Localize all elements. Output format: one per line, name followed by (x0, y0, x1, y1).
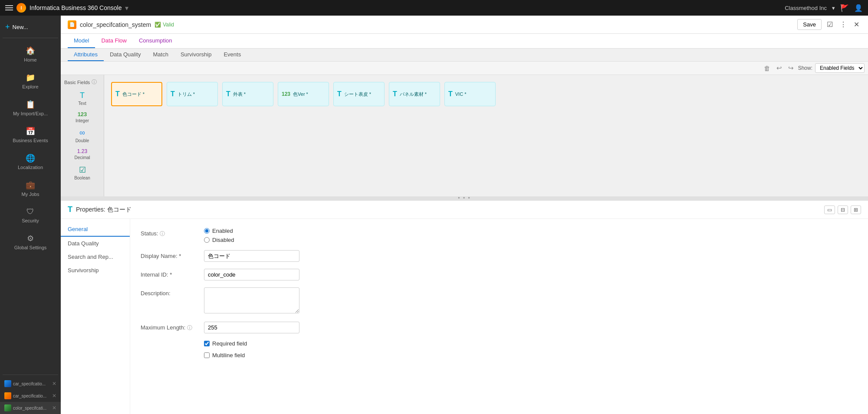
sub-tab-events[interactable]: Events (217, 49, 247, 61)
user-icon[interactable]: 👤 (854, 4, 863, 12)
enabled-radio-row: Enabled (204, 228, 858, 234)
basic-fields-label: Basic Fields ⓘ (62, 78, 102, 86)
sidebar-item-localization[interactable]: 🌐 Localization (3, 149, 58, 174)
sidebar-item-business-events[interactable]: 📅 Business Events (3, 122, 58, 147)
explore-icon: 📁 (26, 73, 35, 82)
sub-tab-attributes[interactable]: Attributes (68, 49, 104, 61)
disabled-radio-row: Disabled (204, 237, 858, 243)
max-length-help-icon[interactable]: ⓘ (187, 325, 192, 331)
field-card-0[interactable]: T 色コード * (111, 82, 162, 106)
basic-fields-help-icon[interactable]: ⓘ (92, 78, 97, 86)
org-name[interactable]: Classmethod Inc (785, 5, 827, 11)
sidebar-item-my-jobs[interactable]: 💼 My Jobs (3, 176, 58, 201)
project-close-3[interactable]: ✕ (52, 405, 56, 411)
brand-name: Informatica Business 360 Console (30, 4, 122, 11)
properties-sidebar: General Data Quality Search and Rep... S… (61, 219, 130, 414)
field-card-5[interactable]: T パネル素材 * (389, 82, 440, 106)
prop-sidebar-search-rep[interactable]: Search and Rep... (61, 250, 130, 264)
properties-title: Properties: 色コード (76, 206, 132, 214)
sidebar-item-explore[interactable]: 📁 Explore (3, 68, 58, 94)
field-type-icon-5: T (393, 90, 397, 98)
text-type-icon: T (80, 91, 85, 100)
project-item-2[interactable]: car_specificatio... ✕ (0, 390, 61, 402)
palette-double[interactable]: ∞ Double (62, 126, 102, 146)
field-type-icon-0: T (115, 90, 120, 98)
tab-consumption[interactable]: Consumption (133, 34, 178, 48)
field-card-3[interactable]: 123 色Ver * (278, 82, 329, 106)
status-row: Status: ⓘ Enabled Disabled (141, 228, 858, 243)
doc-title: color_specifcation_system (80, 21, 151, 28)
sidebar-item-security[interactable]: 🛡 Security (3, 203, 58, 228)
internal-id-input[interactable] (204, 269, 299, 280)
valid-badge: ✅ Valid (155, 22, 174, 28)
undo-toolbar-button[interactable]: ↩ (775, 63, 784, 73)
description-value (204, 287, 858, 315)
properties-t-icon: T (68, 205, 72, 214)
panel-view-single[interactable]: ▭ (824, 205, 835, 214)
save-button[interactable]: Save (797, 19, 822, 30)
sub-tab-data-quality[interactable]: Data Quality (104, 49, 147, 61)
disabled-radio[interactable] (204, 237, 210, 243)
palette-text[interactable]: T Text (62, 88, 102, 108)
checkmark-icon[interactable]: ☑ (825, 20, 835, 29)
close-doc-icon[interactable]: ✕ (852, 20, 861, 29)
more-options-icon[interactable]: ⋮ (838, 20, 848, 29)
internal-id-label: Internal ID: * (141, 269, 197, 278)
show-select[interactable]: Enabled Fields (815, 63, 865, 73)
field-type-icon-1: T (171, 90, 175, 98)
prop-sidebar-data-quality[interactable]: Data Quality (61, 237, 130, 250)
max-length-label: Maximum Length: ⓘ (141, 322, 197, 332)
display-name-row: Display Name: * (141, 250, 858, 262)
description-label: Description: (141, 287, 197, 297)
field-card-2[interactable]: T 外表 * (222, 82, 273, 106)
sub-tab-match[interactable]: Match (147, 49, 174, 61)
field-type-icon-4: T (337, 90, 342, 98)
tab-model[interactable]: Model (68, 34, 95, 48)
canvas-area: Basic Fields ⓘ T Text 123 Integer ∞ Doub… (61, 75, 868, 196)
field-card-6[interactable]: T VIC * (444, 82, 496, 106)
field-card-1[interactable]: T トリム * (167, 82, 218, 106)
project-item-3[interactable]: color_specifcati... ✕ (0, 402, 61, 414)
status-label: Status: ⓘ (141, 228, 197, 238)
display-name-input[interactable] (204, 250, 299, 262)
tab-data-flow[interactable]: Data Flow (95, 34, 133, 48)
status-help-icon[interactable]: ⓘ (160, 231, 165, 237)
delete-toolbar-button[interactable]: 🗑 (762, 64, 772, 73)
palette-decimal[interactable]: 1.23 Decimal (62, 146, 102, 163)
field-card-4[interactable]: T シート表皮 * (333, 82, 385, 106)
org-dropdown-icon[interactable]: ▾ (832, 5, 835, 11)
brand-dropdown-icon[interactable]: ▾ (125, 4, 128, 12)
double-type-icon: ∞ (79, 128, 85, 137)
max-length-input[interactable] (204, 322, 299, 333)
redo-toolbar-button[interactable]: ↪ (786, 63, 796, 73)
palette-boolean[interactable]: ☑ Boolean (62, 163, 102, 183)
top-bar: I Informatica Business 360 Console ▾ Cla… (0, 0, 868, 16)
prop-sidebar-general[interactable]: General (61, 222, 130, 237)
internal-id-row: Internal ID: * (141, 269, 858, 280)
sidebar-item-home[interactable]: 🏠 Home (3, 42, 58, 67)
project-close-2[interactable]: ✕ (52, 393, 56, 399)
new-button[interactable]: + New... (0, 19, 61, 35)
project-item-1[interactable]: car_specifcatio... ✕ (0, 378, 61, 390)
checkboxes-row: Required field Multiline field (141, 340, 858, 361)
show-label: Show: (798, 65, 812, 71)
integer-type-icon: 123 (78, 111, 87, 117)
panel-view-grid[interactable]: ⊞ (851, 205, 861, 214)
sub-tab-survivorship[interactable]: Survivorship (174, 49, 218, 61)
enabled-radio[interactable] (204, 228, 210, 234)
project-close-1[interactable]: ✕ (52, 381, 56, 387)
main-tabs: Model Data Flow Consumption (61, 34, 868, 49)
sidebar-item-import[interactable]: 📋 My Import/Exp... (3, 95, 58, 121)
panel-view-split[interactable]: ⊟ (838, 205, 848, 214)
required-field-checkbox[interactable] (204, 341, 210, 346)
description-textarea[interactable] (204, 287, 299, 313)
palette-integer[interactable]: 123 Integer (62, 108, 102, 126)
panel-splitter[interactable]: • • • (61, 196, 868, 200)
decimal-type-icon: 1.23 (77, 148, 87, 154)
notifications-icon[interactable]: 🚩 (840, 4, 849, 12)
sidebar-item-global-settings[interactable]: ⚙ Global Settings (3, 229, 58, 254)
prop-sidebar-survivorship[interactable]: Survivorship (61, 264, 130, 277)
hamburger-menu[interactable] (5, 5, 13, 10)
multiline-field-checkbox[interactable] (204, 352, 210, 358)
localization-icon: 🌐 (26, 153, 35, 163)
